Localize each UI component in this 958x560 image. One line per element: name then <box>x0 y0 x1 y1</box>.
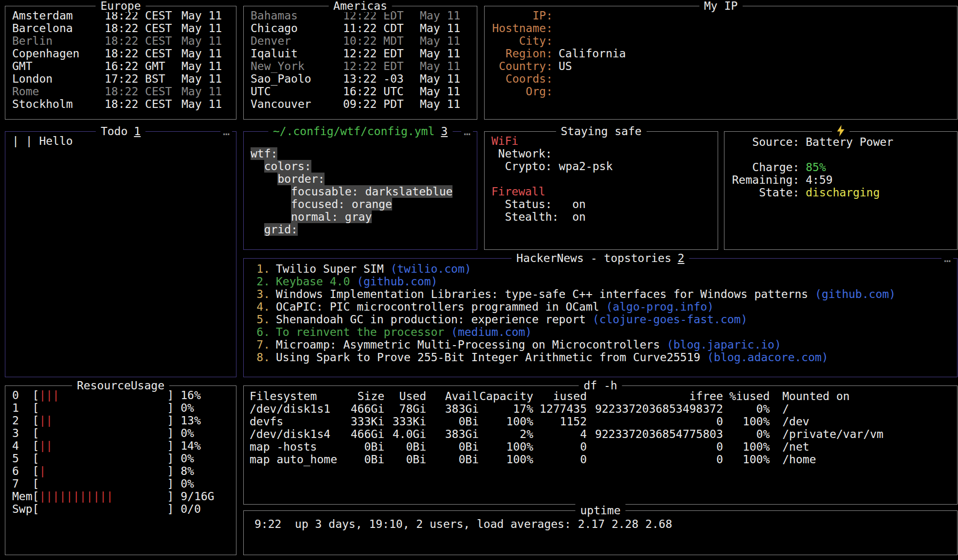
df-cell: devfs <box>250 415 332 428</box>
battery-value: discharging <box>806 186 880 199</box>
panel-title-uptime: uptime <box>575 504 625 517</box>
story-title[interactable]: Shenandoah GC in production: experience … <box>276 313 586 326</box>
panel-config-file[interactable]: ~/.config/wtf/config.yml3 … wtf: colors:… <box>243 131 477 250</box>
resource-row: 6 [| ] 8% <box>12 465 229 477</box>
hackernews-story[interactable]: 2.Keybase 4.0 (github.com) <box>251 275 950 288</box>
story-domain[interactable]: (medium.com) <box>444 326 532 338</box>
config-line: grid: <box>251 223 470 236</box>
clock-row: Barcelona18:22 CESTMay 11 <box>12 22 229 35</box>
df-cell: 9223372036854775803 <box>587 428 723 440</box>
resource-label: 5 [ <box>12 452 39 465</box>
clock-date: May 11 <box>420 47 460 60</box>
hackernews-story[interactable]: 4.OCaPIC: PIC microcontrollers programme… <box>251 300 950 313</box>
resource-bar: || <box>39 439 53 452</box>
resource-row: 7 [ ] 0% <box>12 477 229 490</box>
battery-row: Charge:85% <box>731 161 950 174</box>
hackernews-story[interactable]: 5.Shenandoah GC in production: experienc… <box>251 313 950 326</box>
story-domain[interactable]: (twilio.com) <box>384 262 471 275</box>
df-cell: map -hosts <box>250 440 332 453</box>
story-title[interactable]: OCaPIC: PIC microcontrollers programmed … <box>276 300 599 313</box>
panel-focus-number: 3 <box>441 125 448 138</box>
config-line: focused: orange <box>251 198 470 210</box>
resource-row: Swp[ ] 0/0 <box>12 503 229 515</box>
story-title[interactable]: Windows Implementation Libraries: type-s… <box>276 288 808 300</box>
df-cell: 0 <box>587 453 723 466</box>
panel-title-text: Europe <box>100 0 141 12</box>
df-cell: 466Gi <box>332 428 384 440</box>
df-cell: 0Bi <box>332 453 384 466</box>
story-title[interactable]: Using Spark to Prove 255-Bit Integer Ari… <box>276 351 700 364</box>
panel-title-europe: Europe <box>95 0 145 12</box>
resource-value: 0% <box>181 402 194 414</box>
clock-list-europe: Amsterdam18:22 CESTMay 11Barcelona18:22 … <box>5 6 236 113</box>
resource-label: 7 [ <box>12 477 39 490</box>
clock-date: May 11 <box>420 60 460 72</box>
story-domain[interactable]: (algo-prog.info) <box>599 300 714 313</box>
hackernews-story[interactable]: 7.Microamp: Asymmetric Multi-Processing … <box>251 338 950 351</box>
story-domain[interactable]: (github.com) <box>808 288 896 300</box>
more-indicator: … <box>461 125 473 138</box>
panel-title-text: ~/.config/wtf/config.yml <box>273 125 434 138</box>
story-domain[interactable]: (blog.adacore.com) <box>700 351 828 364</box>
hackernews-story[interactable]: 3.Windows Implementation Libraries: type… <box>251 288 950 300</box>
panel-title-my-ip: My IP <box>699 0 742 12</box>
panel-hackernews[interactable]: HackerNews - topstories2 … 1.Twilio Supe… <box>243 258 958 377</box>
panel-todo[interactable]: Todo1 … | | Hello <box>5 131 236 377</box>
clock-city: Stockholm <box>12 98 105 110</box>
hackernews-story-list: 1.Twilio Super SIM (twilio.com)2.Keybase… <box>244 259 957 368</box>
hackernews-story[interactable]: 8.Using Spark to Prove 255-Bit Integer A… <box>251 351 950 364</box>
clock-time: 10:22 MDT <box>343 35 420 47</box>
panel-title-americas: Americas <box>328 0 392 12</box>
panel-title-hackernews: HackerNews - topstories2 <box>511 252 689 264</box>
story-title[interactable]: Twilio Super SIM <box>276 262 384 275</box>
clock-row: UTC16:22 UTCMay 11 <box>251 85 470 98</box>
clock-city: GMT <box>12 60 105 72</box>
resource-label: Swp[ <box>12 503 39 515</box>
resource-label: Mem[ <box>12 490 39 503</box>
clock-date: May 11 <box>181 22 222 35</box>
clock-row: Vancouver09:22 PDTMay 11 <box>251 98 470 110</box>
story-title[interactable]: To reinvent the processor <box>276 326 444 338</box>
df-cell: /private/var/vm <box>770 428 951 440</box>
df-cell: 0 <box>533 453 587 466</box>
story-number: 6. <box>251 326 270 338</box>
battery-label: Source: <box>731 136 799 148</box>
df-header-cell: Size <box>332 390 384 402</box>
story-title[interactable]: Microamp: Asymmetric Multi-Processing on… <box>276 338 660 351</box>
resource-bar-space: ] <box>46 465 181 477</box>
config-indent <box>251 173 277 185</box>
config-line: colors: <box>251 160 470 173</box>
panel-title-config: ~/.config/wtf/config.yml3 <box>268 125 452 138</box>
resource-bar-space: ] <box>113 490 181 503</box>
df-cell: 0Bi <box>426 415 479 428</box>
df-cell: 0% <box>723 428 770 440</box>
panel-title-df: df -h <box>578 379 622 392</box>
resource-value: 0% <box>181 427 194 439</box>
resource-row: 3 [ ] 0% <box>12 427 229 439</box>
df-cell: /net <box>770 440 951 453</box>
df-data-row: map -hosts0Bi0Bi0Bi100%00100%/net <box>250 440 951 453</box>
clock-date: May 11 <box>420 98 460 110</box>
clock-date: May 11 <box>420 35 460 47</box>
story-number: 5. <box>251 313 270 326</box>
clock-date: May 11 <box>181 35 222 47</box>
more-indicator: … <box>220 125 232 138</box>
df-cell: 4.0Gi <box>384 428 426 440</box>
resource-bar-space: ] <box>39 402 181 414</box>
df-cell: /dev/disk1s1 <box>250 402 332 415</box>
story-title[interactable]: Keybase 4.0 <box>276 275 350 288</box>
clock-row: London17:22 BSTMay 11 <box>12 72 229 85</box>
ipinfo-label: Hostname: <box>491 22 553 35</box>
df-cell: 2% <box>479 428 533 440</box>
battery-value: 85% <box>806 161 826 174</box>
clock-city: New_York <box>251 60 343 72</box>
df-cell: /dev <box>770 415 951 428</box>
hackernews-story[interactable]: 6.To reinvent the processor (medium.com) <box>251 326 950 338</box>
todo-checkbox[interactable]: | | <box>12 135 33 147</box>
df-data-row: /dev/disk1s4466Gi4.0Gi383Gi2%49223372036… <box>250 428 951 440</box>
story-domain[interactable]: (clojure-goes-fast.com) <box>586 313 747 326</box>
panel-title-text: HackerNews - topstories <box>516 252 671 264</box>
clock-row: Sao_Paolo13:22 -03May 11 <box>251 72 470 85</box>
story-domain[interactable]: (github.com) <box>350 275 437 288</box>
story-domain[interactable]: (blog.japaric.io) <box>660 338 781 351</box>
